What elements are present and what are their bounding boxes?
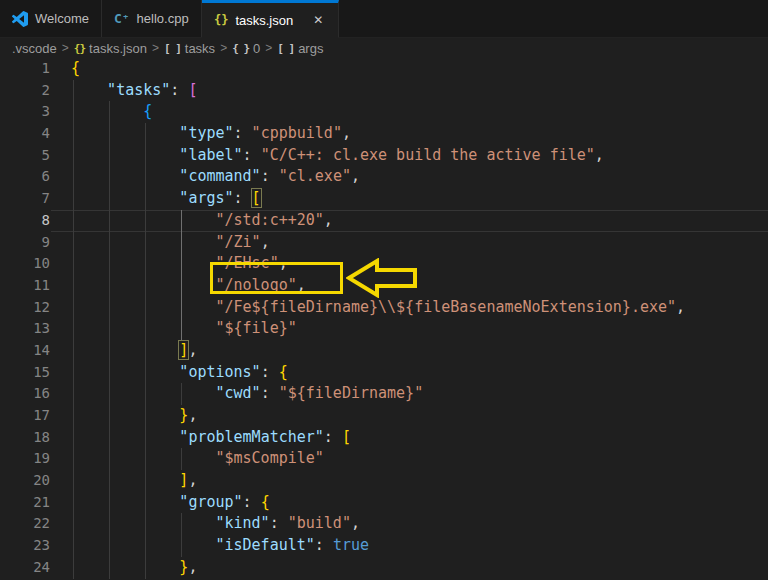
token-p: : xyxy=(234,189,252,207)
token-key: "isDefault" xyxy=(215,536,314,554)
line-number[interactable]: 20 xyxy=(0,470,50,492)
code-line-21[interactable]: 21"group": { xyxy=(0,492,768,514)
code-line-10[interactable]: 10"/EHsc", xyxy=(0,253,768,275)
breadcrumb-item-tasks-json[interactable]: {}tasks.json xyxy=(74,41,147,56)
line-number[interactable]: 10 xyxy=(0,253,50,275)
line-number[interactable]: 8 xyxy=(0,210,50,232)
line-number[interactable]: 3 xyxy=(0,101,50,123)
token-str: "/EHsc" xyxy=(215,254,278,272)
code-line-11[interactable]: 11"/nologo", xyxy=(0,275,768,297)
line-number[interactable]: 12 xyxy=(0,297,50,319)
code-text: "/Fe${fileDirname}\\${fileBasenameNoExte… xyxy=(50,297,685,319)
breadcrumb-item-args[interactable]: [ ]args xyxy=(277,41,323,56)
code-line-5[interactable]: 5"label": "C/C++: cl.exe build the activ… xyxy=(0,145,768,167)
code-line-24[interactable]: 24}, xyxy=(0,557,768,579)
code-text: "tasks": [ xyxy=(50,80,197,102)
code-line-22[interactable]: 22"kind": "build", xyxy=(0,513,768,535)
token-str: "${file}" xyxy=(215,319,296,337)
code-line-7[interactable]: 7"args": [ xyxy=(0,188,768,210)
line-number[interactable]: 16 xyxy=(0,383,50,405)
code-text: "${file}" xyxy=(50,318,297,340)
symbol-array-icon: [ ] xyxy=(277,42,294,55)
code-line-19[interactable]: 19"$msCompile" xyxy=(0,448,768,470)
token-p: , xyxy=(342,124,351,142)
code-line-6[interactable]: 6"command": "cl.exe", xyxy=(0,166,768,188)
line-number[interactable]: 22 xyxy=(0,513,50,535)
token-b2: [ xyxy=(188,81,197,99)
token-b1: { xyxy=(279,363,288,381)
token-p: : xyxy=(270,514,288,532)
token-str: "cppbuild" xyxy=(252,124,342,142)
tab-label: tasks.json xyxy=(235,13,293,28)
line-number[interactable]: 1 xyxy=(0,58,50,80)
line-number[interactable]: 21 xyxy=(0,492,50,514)
code-line-18[interactable]: 18"problemMatcher": [ xyxy=(0,427,768,449)
line-number[interactable]: 19 xyxy=(0,448,50,470)
tab-tasks-json[interactable]: {}tasks.json✕ xyxy=(202,0,339,38)
code-line-17[interactable]: 17}, xyxy=(0,405,768,427)
token-key: "tasks" xyxy=(107,81,170,99)
line-number[interactable]: 23 xyxy=(0,535,50,557)
code-line-13[interactable]: 13"${file}" xyxy=(0,318,768,340)
code-lines: 1{2"tasks": [3{4"type": "cppbuild",5"lab… xyxy=(0,58,768,579)
token-key: "group" xyxy=(179,493,242,511)
line-number[interactable]: 17 xyxy=(0,405,50,427)
code-text: { xyxy=(50,101,152,123)
code-text: "args": [ xyxy=(50,188,261,210)
line-number[interactable]: 9 xyxy=(0,232,50,254)
tab-hello-cpp[interactable]: C⁺hello.cpp xyxy=(102,0,202,37)
token-str: "/std:c++20" xyxy=(215,211,323,229)
code-text: "group": { xyxy=(50,492,270,514)
token-p: , xyxy=(676,298,685,316)
close-icon[interactable]: ✕ xyxy=(310,12,326,28)
chevron-right-icon: > xyxy=(150,41,161,55)
code-line-14[interactable]: 14], xyxy=(0,340,768,362)
token-str: "build" xyxy=(288,514,351,532)
token-str: "/Fe${fileDirname}\\${fileBasenameNoExte… xyxy=(215,298,676,316)
code-line-23[interactable]: 23"isDefault": true xyxy=(0,535,768,557)
token-b1: { xyxy=(71,59,80,77)
line-number[interactable]: 18 xyxy=(0,427,50,449)
line-number[interactable]: 13 xyxy=(0,318,50,340)
code-text: "/EHsc", xyxy=(50,253,288,275)
breadcrumb-label: tasks xyxy=(185,41,215,56)
tab-welcome[interactable]: Welcome xyxy=(0,0,102,37)
code-line-8[interactable]: 8"/std:c++20", xyxy=(0,210,768,232)
code-line-3[interactable]: 3{ xyxy=(0,101,768,123)
code-text: "/Zi", xyxy=(50,232,270,254)
token-p: , xyxy=(595,146,604,164)
symbol-array-icon: [ ] xyxy=(164,42,181,55)
editor[interactable]: 1{2"tasks": [3{4"type": "cppbuild",5"lab… xyxy=(0,58,768,580)
token-p: : xyxy=(170,81,188,99)
line-number[interactable]: 7 xyxy=(0,188,50,210)
code-line-20[interactable]: 20], xyxy=(0,470,768,492)
code-line-1[interactable]: 1{ xyxy=(0,58,768,80)
line-number[interactable]: 2 xyxy=(0,80,50,102)
token-str: "/Zi" xyxy=(215,233,260,251)
symbol-object-icon: { } xyxy=(232,42,249,55)
code-line-15[interactable]: 15"options": { xyxy=(0,362,768,384)
code-line-9[interactable]: 9"/Zi", xyxy=(0,232,768,254)
token-p: , xyxy=(351,514,360,532)
breadcrumb-label: tasks.json xyxy=(89,41,147,56)
code-line-12[interactable]: 12"/Fe${fileDirname}\\${fileBasenameNoEx… xyxy=(0,297,768,319)
line-number[interactable]: 15 xyxy=(0,362,50,384)
code-line-16[interactable]: 16"cwd": "${fileDirname}" xyxy=(0,383,768,405)
code-text: "isDefault": true xyxy=(50,535,369,557)
line-number[interactable]: 5 xyxy=(0,145,50,167)
tab-label: hello.cpp xyxy=(137,11,189,26)
token-str: "/nologo" xyxy=(215,276,296,294)
breadcrumb-item-0[interactable]: { }0 xyxy=(232,41,260,56)
line-number[interactable]: 24 xyxy=(0,557,50,579)
line-number[interactable]: 14 xyxy=(0,340,50,362)
line-number[interactable]: 6 xyxy=(0,166,50,188)
token-str: "C/C++: cl.exe build the active file" xyxy=(261,146,595,164)
line-number[interactable]: 11 xyxy=(0,275,50,297)
code-line-4[interactable]: 4"type": "cppbuild", xyxy=(0,123,768,145)
token-key: "problemMatcher" xyxy=(179,428,324,446)
line-number[interactable]: 4 xyxy=(0,123,50,145)
breadcrumb-item-tasks[interactable]: [ ]tasks xyxy=(164,41,215,56)
code-line-2[interactable]: 2"tasks": [ xyxy=(0,80,768,102)
breadcrumb-item--vscode[interactable]: .vscode xyxy=(12,41,57,56)
symbol-json-icon: {} xyxy=(74,42,85,55)
